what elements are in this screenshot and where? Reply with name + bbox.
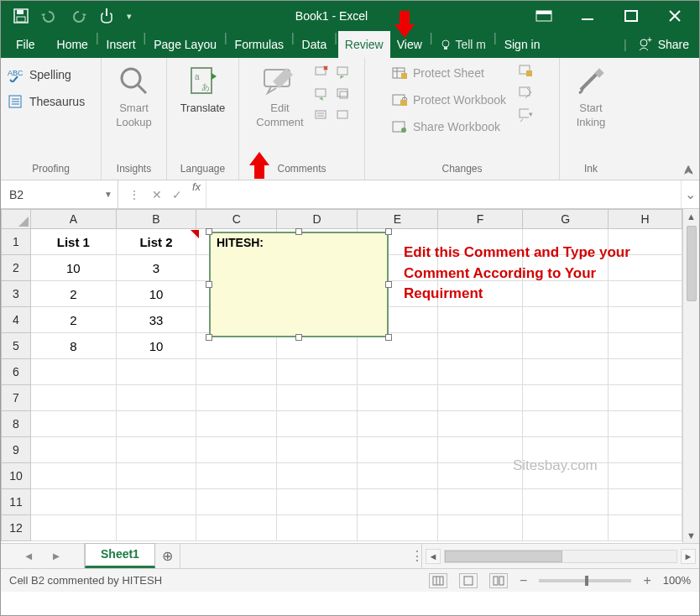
thesaurus-button[interactable]: Thesaurus (8, 91, 85, 112)
name-box-dropdown-icon[interactable]: ▼ (104, 190, 112, 199)
cell[interactable] (117, 437, 197, 463)
cancel-formula-icon[interactable]: ✕ (152, 188, 162, 201)
cell[interactable] (438, 515, 524, 541)
cell[interactable] (358, 437, 438, 463)
cell[interactable] (31, 437, 117, 463)
spelling-button[interactable]: ABC Spelling (8, 65, 71, 85)
cell[interactable] (277, 489, 358, 515)
col-header[interactable]: C (196, 209, 277, 229)
row-header[interactable]: 9 (1, 437, 31, 463)
cell[interactable]: 3 (117, 255, 197, 281)
previous-comment-icon[interactable] (336, 65, 351, 80)
col-header[interactable]: D (277, 209, 358, 229)
cell[interactable] (277, 385, 358, 411)
tab-file[interactable]: File (1, 31, 50, 58)
scroll-up-icon[interactable]: ▲ (683, 209, 699, 224)
col-header[interactable]: F (438, 209, 524, 229)
cell[interactable] (117, 489, 197, 515)
cell[interactable] (609, 385, 682, 411)
cell[interactable] (117, 515, 197, 541)
cell[interactable] (523, 307, 609, 333)
signin-link[interactable]: Sign in (498, 31, 547, 58)
cell[interactable] (523, 515, 609, 541)
cell[interactable]: List 2 (117, 229, 197, 255)
track-changes-icon[interactable]: ▾ (518, 107, 533, 122)
cell[interactable] (523, 333, 609, 359)
cell[interactable] (438, 411, 524, 437)
row-header[interactable]: 8 (1, 411, 31, 437)
cell[interactable]: 2 (31, 307, 117, 333)
cell[interactable] (196, 411, 277, 437)
cell[interactable] (358, 489, 438, 515)
cell[interactable] (438, 463, 524, 489)
share-button[interactable]: + Share (628, 36, 699, 54)
next-comment-icon[interactable] (314, 86, 329, 102)
scroll-thumb[interactable] (687, 226, 697, 301)
row-header[interactable]: 11 (1, 489, 31, 515)
page-layout-view-icon[interactable] (459, 573, 478, 588)
name-box[interactable]: B2 ▼ (1, 180, 118, 208)
cell[interactable] (609, 359, 682, 385)
cell[interactable]: 10 (117, 281, 197, 307)
zoom-out-icon[interactable]: − (520, 573, 527, 588)
col-header[interactable]: A (31, 209, 117, 229)
cell[interactable] (196, 385, 277, 411)
row-header[interactable]: 1 (1, 229, 31, 255)
cell[interactable] (117, 411, 197, 437)
formula-input[interactable] (206, 180, 681, 208)
cell[interactable]: 10 (31, 255, 117, 281)
scroll-right-icon[interactable]: ► (681, 549, 696, 564)
col-header[interactable]: E (358, 209, 438, 229)
row-header[interactable]: 2 (1, 255, 31, 281)
ribbon-display-icon[interactable] (531, 8, 556, 24)
h-scroll-thumb[interactable] (445, 551, 562, 562)
tab-insert[interactable]: Insert (100, 31, 143, 58)
protect-sheet-button[interactable]: Protect Sheet (391, 63, 506, 83)
cell[interactable] (523, 411, 609, 437)
row-header[interactable]: 4 (1, 307, 31, 333)
col-header[interactable]: G (523, 209, 609, 229)
allow-edit-ranges-icon[interactable] (518, 85, 533, 100)
tell-me[interactable]: Tell m (433, 31, 493, 58)
formula-more-icon[interactable]: ⋮ (128, 188, 142, 201)
cell[interactable] (31, 359, 117, 385)
maximize-icon[interactable] (619, 8, 644, 24)
cell[interactable] (438, 307, 524, 333)
cell[interactable] (117, 359, 197, 385)
cell[interactable] (523, 385, 609, 411)
sheet-nav-prev-icon[interactable]: ◄ (24, 550, 34, 562)
page-break-view-icon[interactable] (489, 573, 508, 588)
cell[interactable] (31, 489, 117, 515)
cell[interactable] (358, 411, 438, 437)
row-header[interactable]: 5 (1, 333, 31, 359)
zoom-slider[interactable] (539, 579, 631, 582)
row-header[interactable]: 10 (1, 463, 31, 489)
normal-view-icon[interactable] (429, 573, 447, 588)
cell[interactable] (277, 411, 358, 437)
zoom-value[interactable]: 100% (663, 574, 691, 587)
cell[interactable] (358, 463, 438, 489)
cell[interactable] (438, 437, 524, 463)
row-header[interactable]: 7 (1, 385, 31, 411)
cell[interactable] (277, 437, 358, 463)
cell[interactable]: 33 (117, 307, 197, 333)
cell[interactable] (31, 515, 117, 541)
col-header[interactable]: B (117, 209, 197, 229)
cell[interactable] (31, 463, 117, 489)
expand-formula-bar-icon[interactable]: ⌄ (681, 180, 699, 208)
smart-lookup-button[interactable]: Smart Lookup (112, 61, 156, 130)
cell[interactable] (438, 489, 524, 515)
cell[interactable] (609, 307, 682, 333)
col-header[interactable]: H (609, 209, 682, 229)
cell[interactable] (438, 385, 524, 411)
sheet-nav-next-icon[interactable]: ► (51, 550, 62, 562)
undo-icon[interactable] (41, 8, 58, 24)
spreadsheet-grid[interactable]: ABCDEFGH 123456789101112 List 1List 2103… (1, 209, 699, 543)
share-workbook-button[interactable]: Share Workbook (391, 117, 506, 137)
cell[interactable]: List 1 (31, 229, 117, 255)
cell[interactable]: 8 (31, 333, 117, 359)
cell[interactable] (277, 463, 358, 489)
show-comments-icon[interactable] (336, 86, 351, 102)
protect-workbook-button[interactable]: Protect Workbook (391, 90, 506, 110)
cell[interactable] (31, 411, 117, 437)
